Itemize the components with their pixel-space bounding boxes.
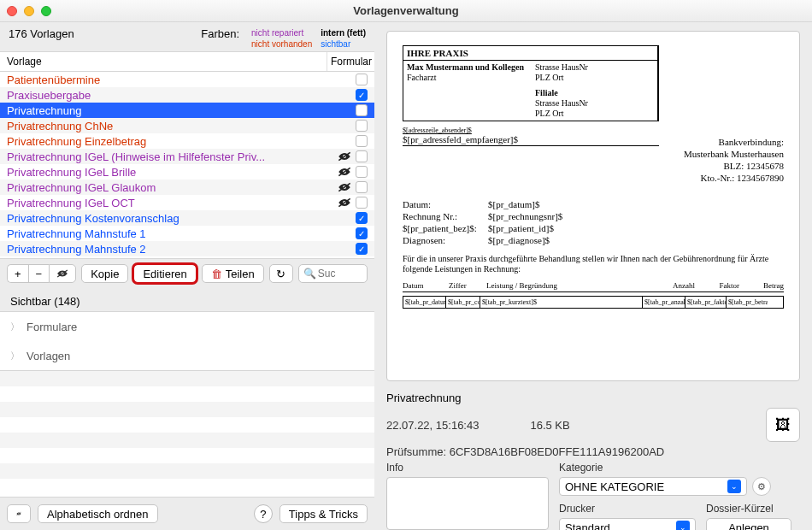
preview-fach: Facharzt [407, 73, 528, 83]
kv-diag-val: $[pr_diagnose]$ [488, 235, 784, 245]
table-row[interactable]: Patientenübermine [0, 72, 374, 87]
legend-not-repaired: nicht repariert [251, 27, 312, 38]
sr-fak: $[tab_pr_faktor]$ [685, 297, 727, 308]
visibility-toggle-button[interactable] [49, 264, 76, 283]
formular-checkbox[interactable]: ✓ [356, 89, 368, 101]
hidden-icon [337, 151, 352, 162]
sr-anz: $[tab_pr_anzahl]$ [643, 297, 685, 308]
preview-strasse1: Strasse HausNr [535, 62, 654, 73]
preview-ort2: PLZ Ort [535, 109, 654, 119]
anlegen-button[interactable]: Anlegen [706, 518, 791, 530]
chevron-down-icon: ⌄ [727, 480, 741, 493]
formular-checkbox[interactable] [356, 181, 368, 193]
edit-button[interactable]: Editieren [133, 264, 196, 283]
kategorie-label: Kategorie [559, 462, 800, 474]
preview-praxis-title: IHRE PRAXIS [403, 46, 658, 61]
sr-code: $[tab_pr_code]$ [446, 297, 480, 308]
visible-header: Sichtbar (148) [0, 288, 374, 311]
share-label: Teilen [226, 268, 255, 280]
sr-kurz: $[tab_pr_kurztext]$ [480, 297, 643, 308]
row-label: Privatrechnung Einzelbetrag [7, 135, 316, 148]
detail-checksum: Prüfsumme: 6CF3D8A16BF08ED0FFE111A919620… [386, 445, 800, 458]
legend-intern: intern (fett) [321, 27, 366, 38]
table-row[interactable]: Privatrechnung [0, 103, 374, 118]
sh-ziffer: Ziffer [449, 281, 483, 290]
table-row[interactable]: Privatrechnung IGeL OCT [0, 195, 374, 210]
drucker-value: Standard [565, 521, 610, 531]
remove-button[interactable]: − [28, 264, 50, 283]
copy-button[interactable]: Kopie [81, 264, 128, 283]
formular-checkbox[interactable] [356, 197, 368, 209]
table-row[interactable]: Privatrechnung ChNe [0, 118, 374, 133]
drucker-select[interactable]: Standard ⌄ [559, 518, 696, 530]
table-row[interactable]: Privatrechnung Einzelbetrag [0, 133, 374, 149]
group-formulare[interactable]: 〉 Formulare [0, 312, 374, 341]
add-button[interactable]: + [7, 264, 28, 283]
hidden-icon [337, 167, 352, 177]
template-count: 176 Vorlagen [9, 27, 74, 40]
kv-rechnr-label: Rechnung Nr.: [403, 211, 488, 221]
help-button[interactable]: ? [254, 504, 273, 523]
table-header: Vorlage Formular [0, 51, 374, 72]
chevron-right-icon: 〉 [10, 350, 20, 362]
formular-checkbox[interactable] [356, 135, 368, 147]
table-row[interactable]: Privatrechnung IGeL (Hinweise im Hilfefe… [0, 149, 374, 164]
group-vorlagen[interactable]: 〉 Vorlagen [0, 341, 374, 370]
row-label: Privatrechnung IGeL Glaukom [7, 181, 316, 194]
kategorie-select[interactable]: OHNE KATEGORIE ⌄ [559, 477, 747, 496]
visibility-filter-button[interactable] [7, 504, 31, 523]
formular-checkbox[interactable]: ✓ [356, 212, 368, 224]
formular-checkbox[interactable] [356, 166, 368, 178]
info-textarea[interactable] [386, 477, 549, 530]
sh-faktor: Faktor [698, 281, 739, 290]
formular-checkbox[interactable]: ✓ [356, 243, 368, 255]
formular-checkbox[interactable] [356, 104, 368, 116]
document-icon[interactable]: 🖼 [766, 408, 800, 442]
legend-not-present: nicht vorhanden [251, 38, 312, 50]
sort-alpha-button[interactable]: Alphabetisch ordnen [38, 504, 158, 523]
preview-ort1: PLZ Ort [535, 73, 654, 83]
legend-label: Farben: [201, 27, 239, 40]
kategorie-gear-button[interactable]: ⚙ [752, 477, 771, 496]
formular-checkbox[interactable] [356, 74, 368, 85]
row-label: Patientenübermine [7, 74, 316, 86]
row-label: Privatrechnung Mahnstufe 1 [7, 227, 316, 240]
table-row[interactable]: Privatrechnung Mahnstufe 1✓ [0, 226, 374, 241]
table-row[interactable]: Privatrechnung Mahnstufe 3✓ [0, 256, 374, 258]
row-label: Privatrechnung IGeL OCT [7, 197, 316, 209]
detail-date: 22.07.22, 15:16:43 [386, 419, 479, 432]
formular-checkbox[interactable]: ✓ [356, 227, 368, 239]
kv-diag-label: Diagnosen: [403, 235, 488, 245]
table-row[interactable]: Privatrechnung Mahnstufe 2✓ [0, 241, 374, 256]
col-vorlage[interactable]: Vorlage [0, 52, 327, 71]
search-field[interactable]: 🔍 [298, 264, 368, 283]
hidden-icon [337, 182, 352, 192]
table-row[interactable]: Privatrechnung Kostenvoranschlag✓ [0, 210, 374, 226]
table-row[interactable]: Privatrechnung IGeL Glaukom [0, 180, 374, 195]
search-icon: 🔍 [303, 268, 316, 280]
legend-visible: sichtbar [321, 38, 366, 50]
row-label: Praxisuebergabe [7, 89, 316, 102]
table-row[interactable]: Privatrechnung IGeL Brille [0, 164, 374, 180]
drucker-label: Drucker [559, 503, 696, 515]
row-label: Privatrechnung ChNe [7, 120, 316, 132]
formular-checkbox[interactable] [356, 150, 368, 162]
col-formular[interactable]: Formular [327, 52, 374, 71]
preview-strasse2: Strasse HausNr [535, 98, 654, 109]
template-list[interactable]: PatientenüberminePraxisuebergabe✓Privatr… [0, 72, 374, 258]
sh-datum: Datum [403, 281, 445, 290]
formular-checkbox[interactable] [356, 120, 368, 132]
table-row[interactable]: Praxisuebergabe✓ [0, 87, 374, 103]
group-formulare-label: Formulare [26, 321, 77, 333]
share-button[interactable]: 🗑Teilen [202, 264, 264, 283]
kv-datum-label: Datum: [403, 199, 488, 209]
tips-button[interactable]: Tipps & Tricks [279, 504, 368, 523]
preview-name: Max Mustermann und Kollegen [407, 62, 528, 73]
row-label: Privatrechnung [7, 104, 316, 117]
kv-datum-val: $[pr_datum]$ [488, 199, 784, 209]
chevron-right-icon: 〉 [10, 321, 20, 333]
row-label: Privatrechnung IGeL Brille [7, 166, 316, 179]
sr-bet: $[tab_pr_betrag]$ [727, 297, 768, 308]
refresh-button[interactable]: ↻ [269, 264, 293, 283]
preview-paragraph: Für die in unserer Praxis durchgeführte … [403, 254, 784, 274]
